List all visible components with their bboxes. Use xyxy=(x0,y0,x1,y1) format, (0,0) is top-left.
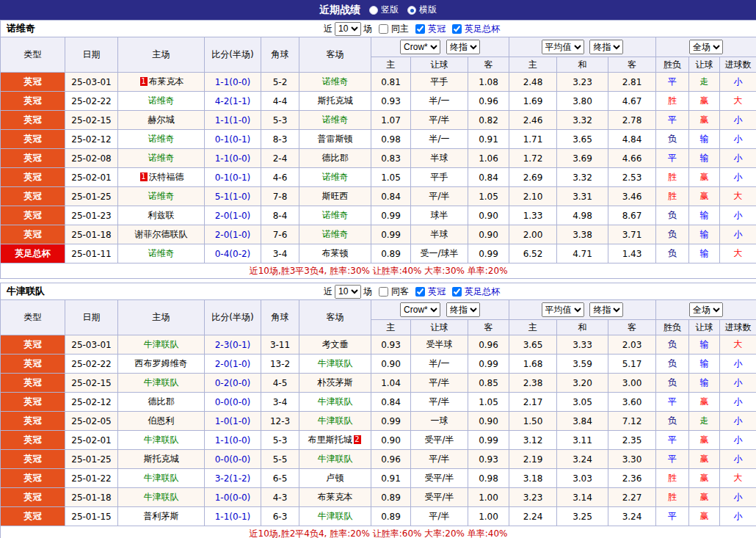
league-badge: 英冠 xyxy=(1,488,65,507)
bookmaker-select[interactable]: Crow* xyxy=(400,40,440,54)
avg-draw-odds: 3.24 xyxy=(557,450,608,469)
league-badge: 英冠 xyxy=(1,431,65,450)
avg-draw-odds: 3.59 xyxy=(557,355,608,374)
championship-checkbox[interactable] xyxy=(415,24,425,34)
games-count-select[interactable]: 10 xyxy=(335,285,361,299)
average-select[interactable]: 平均值 xyxy=(542,40,584,54)
away-team: 诺维奇 xyxy=(299,225,371,244)
league-badge: 英冠 xyxy=(1,507,65,526)
championship-checkbox[interactable] xyxy=(415,287,425,297)
away-team: 布莱克本 xyxy=(299,488,371,507)
radio-vertical-icon[interactable] xyxy=(369,6,378,15)
average-stage-select[interactable]: 终指 xyxy=(589,302,623,317)
match-date: 25-01-11 xyxy=(65,244,118,263)
avg-home-odds: 1.50 xyxy=(509,412,557,431)
summary-text: 近10场,胜2平4负4, 胜率:20% 让胜率:60% 大率:20% 单率:40… xyxy=(1,526,756,538)
odds-handicap: 半/一 xyxy=(411,92,468,111)
fa-cup-checkbox[interactable] xyxy=(452,24,462,34)
odds-away: 1.00 xyxy=(468,488,509,507)
radio-vertical-layout[interactable]: 竖版 xyxy=(369,4,399,16)
games-count-select[interactable]: 10 xyxy=(335,22,361,36)
odds-handicap: 球半 xyxy=(411,206,468,225)
team-link: 牛津联队 xyxy=(318,415,353,426)
team-link: 牛津联队 xyxy=(318,358,353,368)
team-link: 利兹联 xyxy=(148,210,175,220)
odds-handicap: 平/半 xyxy=(411,374,468,393)
result-wdl: 平 xyxy=(656,149,689,168)
avg-draw-odds: 3.03 xyxy=(557,469,608,488)
match-row: 英冠25-02-22诺维奇4-2(1-1)4-4斯托克城0.93半/一0.961… xyxy=(1,92,756,111)
result-wdl: 平 xyxy=(656,450,689,469)
match-row: 英冠25-02-15赫尔城1-1(1-0)5-3诺维奇1.07平/半0.822.… xyxy=(1,111,756,130)
scope-select[interactable]: 全场 xyxy=(689,302,723,317)
avg-away-odds: 2.53 xyxy=(608,168,656,187)
same-venue-checkbox[interactable] xyxy=(379,24,388,34)
match-row: 英足总杯25-01-11诺维奇0-4(0-2)3-4布莱顿0.89受一/球半0.… xyxy=(1,244,756,263)
odds-stage-select[interactable]: 终指 xyxy=(446,40,480,54)
match-row: 英冠25-01-18谢菲尔德联队2-0(1-0)7-6诺维奇0.99半球0.90… xyxy=(1,225,756,244)
league-badge: 英冠 xyxy=(1,168,65,187)
avg-away-odds: 7.12 xyxy=(608,412,656,431)
match-date: 25-01-18 xyxy=(65,225,118,244)
team-link: 诺维奇 xyxy=(322,229,349,239)
avg-home-odds: 3.65 xyxy=(509,335,557,355)
league-badge: 英冠 xyxy=(1,92,65,111)
match-row: 英冠25-02-22西布罗姆维奇2-0(1-0)13-2牛津联队0.90半/一0… xyxy=(1,355,756,374)
team-link: 布里斯托城 xyxy=(308,435,352,445)
radio-vertical-label[interactable]: 竖版 xyxy=(381,4,399,16)
match-row: 英冠25-02-05伯恩利1-0(1-0)12-3牛津联队0.99一球0.901… xyxy=(1,412,756,431)
col-header-odds-handicap: 让球 xyxy=(411,320,468,335)
result-wdl: 胜 xyxy=(656,488,689,507)
match-date: 25-01-15 xyxy=(65,507,118,526)
result-handicap: 赢 xyxy=(689,393,720,412)
result-handicap: 赢 xyxy=(689,168,720,187)
avg-home-odds: 2.46 xyxy=(509,111,557,130)
match-score: 3-2(1-2) xyxy=(205,469,261,488)
col-header-result: 胜负 xyxy=(656,57,689,73)
radio-horizontal-label[interactable]: 横版 xyxy=(419,4,437,16)
result-handicap: 赢 xyxy=(689,507,720,526)
avg-away-odds: 8.67 xyxy=(608,206,656,225)
average-select[interactable]: 平均值 xyxy=(542,302,584,317)
same-venue-label: 同主 xyxy=(391,23,409,35)
team-link: 德比郡 xyxy=(322,153,349,163)
average-stage-select[interactable]: 终指 xyxy=(589,40,623,54)
radio-horizontal-layout[interactable]: 横版 xyxy=(407,4,437,16)
corners: 8-3 xyxy=(261,130,299,149)
avg-draw-odds: 3.84 xyxy=(557,412,608,431)
away-team: 牛津联队 xyxy=(299,450,371,469)
away-team: 考文垂 xyxy=(299,335,371,355)
result-handicap: 赢 xyxy=(689,92,720,111)
team-link: 普利茅斯 xyxy=(144,511,179,521)
team-link: 斯托克城 xyxy=(144,454,179,464)
avg-home-odds: 3.12 xyxy=(509,431,557,450)
team-link: 布莱克本 xyxy=(149,76,184,87)
result-wdl: 平 xyxy=(656,507,689,526)
match-date: 25-02-22 xyxy=(65,92,118,111)
result-wdl: 平 xyxy=(656,431,689,450)
corners: 5-3 xyxy=(261,431,299,450)
avg-away-odds: 3.30 xyxy=(608,450,656,469)
odds-away: 0.84 xyxy=(468,168,509,187)
away-team: 斯托克城 xyxy=(299,92,371,111)
bookmaker-select[interactable]: Crow* xyxy=(400,302,440,317)
home-team: 1沃特福德 xyxy=(118,168,205,187)
same-venue-checkbox[interactable] xyxy=(379,287,388,297)
odds-handicap: 平/半 xyxy=(411,450,468,469)
away-team: 牛津联队 xyxy=(299,393,371,412)
corners: 12-3 xyxy=(261,412,299,431)
league-badge: 英冠 xyxy=(1,187,65,206)
championship-label: 英冠 xyxy=(428,286,446,298)
fa-cup-checkbox[interactable] xyxy=(452,287,462,297)
scope-select[interactable]: 全场 xyxy=(689,40,723,54)
match-score: 5-1(1-0) xyxy=(205,187,261,206)
odds-stage-select[interactable]: 终指 xyxy=(446,302,480,317)
league-badge: 英冠 xyxy=(1,130,65,149)
corners: 4-4 xyxy=(261,92,299,111)
avg-home-odds: 1.72 xyxy=(509,149,557,168)
team-link: 诺维奇 xyxy=(322,76,349,87)
result-goals: 小 xyxy=(720,374,756,393)
away-team: 朴茨茅斯 xyxy=(299,374,371,393)
radio-horizontal-icon[interactable] xyxy=(407,6,416,15)
odds-home: 1.05 xyxy=(371,168,411,187)
